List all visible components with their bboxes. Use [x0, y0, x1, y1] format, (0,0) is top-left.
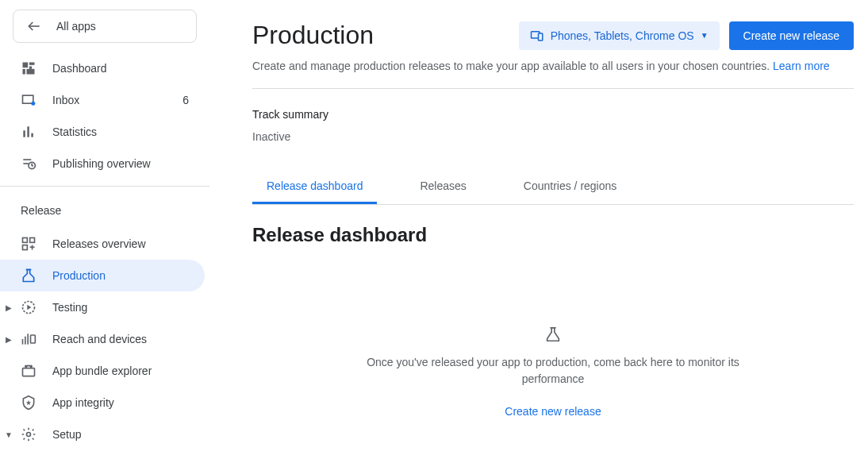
svg-rect-23 — [25, 337, 26, 345]
sidebar-section-release: Release — [0, 193, 209, 228]
publishing-icon — [21, 156, 40, 172]
sidebar-item-reach-devices[interactable]: ▶ Reach and devices — [0, 323, 209, 355]
all-apps-button[interactable]: All apps — [13, 10, 197, 43]
sidebar-item-label: Testing — [52, 301, 197, 314]
sidebar-item-app-integrity[interactable]: App integrity — [0, 387, 209, 418]
sidebar-item-app-bundle-explorer[interactable]: App bundle explorer — [0, 355, 209, 387]
dashboard-icon — [21, 60, 40, 76]
statistics-icon — [21, 124, 40, 140]
setup-icon — [21, 426, 40, 442]
svg-rect-14 — [23, 238, 28, 243]
testing-icon — [21, 299, 40, 315]
inbox-badge: 6 — [182, 94, 197, 106]
device-filter-label: Phones, Tablets, Chrome OS — [551, 29, 694, 42]
all-apps-label: All apps — [56, 20, 96, 33]
sidebar-item-statistics[interactable]: Statistics — [0, 116, 209, 148]
arrow-left-icon — [26, 18, 42, 34]
sidebar-item-label: Production — [52, 269, 192, 282]
svg-rect-22 — [22, 339, 24, 345]
sidebar-item-testing[interactable]: ▶ Testing — [0, 291, 209, 323]
sidebar-item-setup[interactable]: ▼ Setup — [0, 418, 209, 450]
svg-rect-1 — [23, 63, 29, 68]
svg-rect-8 — [23, 130, 25, 137]
svg-rect-9 — [27, 126, 29, 137]
integrity-icon — [21, 395, 40, 411]
divider — [252, 88, 854, 89]
subtitle-text: Create and manage production releases to… — [252, 60, 770, 72]
sidebar-item-inbox[interactable]: Inbox 6 — [0, 84, 209, 116]
sidebar-item-label: Publishing overview — [52, 157, 197, 170]
sidebar: All apps Dashboard Inbox 6 Statistics — [0, 0, 209, 459]
production-icon — [21, 268, 40, 284]
page-title: Production — [252, 21, 509, 50]
sidebar-item-label: Setup — [52, 428, 197, 441]
track-summary-status: Inactive — [252, 130, 854, 143]
svg-rect-4 — [23, 69, 25, 75]
svg-marker-21 — [27, 305, 31, 310]
tab-releases[interactable]: Releases — [405, 170, 480, 204]
tab-release-dashboard[interactable]: Release dashboard — [252, 170, 377, 204]
svg-rect-2 — [29, 63, 35, 65]
svg-rect-15 — [30, 238, 35, 243]
svg-point-30 — [27, 433, 31, 437]
svg-point-27 — [25, 365, 27, 367]
expand-icon[interactable]: ▼ — [2, 430, 16, 439]
sidebar-divider — [0, 186, 209, 187]
sidebar-item-publishing-overview[interactable]: Publishing overview — [0, 148, 209, 179]
tabs: Release dashboard Releases Countries / r… — [252, 170, 854, 205]
sidebar-item-dashboard[interactable]: Dashboard — [0, 52, 209, 84]
tab-countries-regions[interactable]: Countries / regions — [509, 170, 632, 204]
svg-rect-24 — [27, 334, 29, 344]
sidebar-item-production[interactable]: Production — [0, 260, 205, 291]
chevron-down-icon: ▼ — [701, 31, 709, 40]
sidebar-item-label: App bundle explorer — [52, 364, 197, 377]
svg-rect-5 — [27, 69, 35, 75]
sidebar-item-label: Dashboard — [52, 62, 197, 75]
empty-state-message: Once you've released your app to product… — [363, 354, 743, 388]
learn-more-link[interactable]: Learn more — [773, 60, 830, 72]
sidebar-item-label: Reach and devices — [52, 333, 197, 345]
svg-point-28 — [31, 365, 33, 367]
bundle-explorer-icon — [21, 363, 40, 379]
expand-icon[interactable]: ▶ — [2, 335, 16, 344]
expand-icon[interactable]: ▶ — [2, 303, 16, 312]
svg-rect-16 — [23, 245, 28, 250]
sidebar-item-label: Statistics — [52, 125, 197, 138]
reach-devices-icon — [21, 331, 40, 347]
inbox-icon — [21, 92, 40, 108]
main-content: Production Phones, Tablets, Chrome OS ▼ … — [209, 0, 868, 459]
page-subtitle: Create and manage production releases to… — [252, 60, 854, 72]
devices-icon — [530, 29, 544, 43]
svg-point-7 — [31, 102, 35, 106]
svg-rect-25 — [31, 335, 36, 343]
flask-icon — [252, 326, 854, 343]
svg-rect-32 — [538, 33, 542, 40]
page-header: Production Phones, Tablets, Chrome OS ▼ … — [252, 21, 854, 50]
sidebar-item-label: App integrity — [52, 396, 197, 409]
svg-rect-10 — [31, 133, 33, 137]
empty-state: Once you've released your app to product… — [252, 326, 854, 418]
sidebar-item-label: Inbox — [52, 94, 170, 106]
track-summary-title: Track summary — [252, 108, 854, 121]
sidebar-item-releases-overview[interactable]: Releases overview — [0, 228, 209, 260]
empty-state-create-link[interactable]: Create new release — [505, 405, 601, 418]
content-title: Release dashboard — [252, 224, 854, 246]
create-release-button[interactable]: Create new release — [729, 21, 854, 50]
releases-overview-icon — [21, 236, 40, 252]
svg-marker-29 — [26, 400, 32, 406]
svg-rect-3 — [29, 67, 32, 69]
svg-rect-26 — [23, 368, 35, 376]
sidebar-item-label: Releases overview — [52, 237, 197, 250]
device-filter-chip[interactable]: Phones, Tablets, Chrome OS ▼ — [519, 21, 720, 50]
